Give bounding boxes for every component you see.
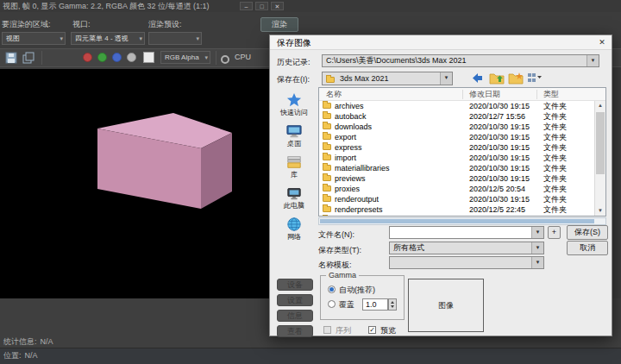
save-in-combobox[interactable]: 3ds Max 2021 ▼ xyxy=(322,72,453,85)
file-type: 文件夹 xyxy=(543,163,567,173)
file-row[interactable]: downloads2020/10/30 19:15文件夹 xyxy=(319,122,594,132)
network-icon xyxy=(272,217,317,233)
sidebar-item-library[interactable]: 库 xyxy=(272,154,317,179)
sequence-label: 序列 xyxy=(336,325,351,336)
up-one-level-button[interactable] xyxy=(489,72,506,86)
name-template-label: 名称模板: xyxy=(318,260,352,271)
sidebar-item-network[interactable]: 网络 xyxy=(272,217,317,242)
file-date: 2020/10/30 19:15 xyxy=(469,122,530,132)
scroll-up-icon[interactable] xyxy=(595,101,605,110)
file-row[interactable]: express2020/10/30 19:15文件夹 xyxy=(319,142,594,153)
file-row[interactable]: archives2020/10/30 19:15文件夹 xyxy=(319,101,594,111)
setup-button[interactable]: 设置 xyxy=(277,294,313,306)
file-row[interactable]: sceneassets2020/10/30 19:15文件夹 xyxy=(319,215,594,216)
chevron-down-icon[interactable]: ▼ xyxy=(586,55,599,66)
image-preview-box: 图像 xyxy=(408,279,484,332)
history-combobox[interactable]: C:\Users\美香\Documents\3ds Max 2021 ▼ xyxy=(322,54,599,67)
save-button[interactable]: 保存(S) xyxy=(567,225,608,240)
file-name: previews xyxy=(335,173,366,184)
area-to-render-dropdown[interactable]: 视图 xyxy=(2,32,66,45)
sidebar-item-star[interactable]: 快速访问 xyxy=(272,92,317,117)
window-title: 视图, 帧 0, 显示 Gamma: 2.2, RGBA 颜色 32 位/每通道… xyxy=(3,2,210,10)
chevron-down-icon[interactable]: ▼ xyxy=(531,227,543,238)
folder-icon xyxy=(323,154,331,160)
save-in-label: 保存在(I): xyxy=(277,74,310,85)
file-date: 2020/10/30 19:15 xyxy=(469,194,530,204)
file-row[interactable]: autoback2020/12/7 15:56文件夹 xyxy=(319,111,594,122)
scrollbar-thumb[interactable] xyxy=(320,219,594,223)
alpha-channel-button[interactable] xyxy=(127,53,136,62)
view-button[interactable]: 查看 xyxy=(277,325,313,337)
maximize-button[interactable]: □ xyxy=(255,2,268,10)
info-button[interactable]: 信息 xyxy=(277,310,313,322)
view-menu-button[interactable] xyxy=(527,72,544,86)
channel-display-dropdown[interactable]: RGB Alpha xyxy=(160,51,210,64)
column-header-name[interactable]: 名称 xyxy=(326,88,342,100)
chevron-down-icon[interactable]: ▼ xyxy=(531,242,543,254)
sidebar-item-label: 此电脑 xyxy=(272,202,317,210)
render-button[interactable]: 渲染 xyxy=(260,17,298,32)
device-button[interactable]: 设备 xyxy=(277,279,313,291)
viewport-dropdown[interactable]: 四元菜单 4 - 透视 xyxy=(71,32,145,45)
minimize-button[interactable]: – xyxy=(240,2,253,10)
blue-channel-button[interactable] xyxy=(112,53,122,62)
column-header-date[interactable]: 修改日期 xyxy=(469,88,500,100)
folder-icon xyxy=(323,165,331,171)
sidebar-item-label: 快速访问 xyxy=(272,109,317,117)
sidebar-item-computer[interactable]: 此电脑 xyxy=(272,185,317,210)
vertical-scrollbar[interactable] xyxy=(594,101,605,216)
gamma-override-input[interactable]: 1.0 xyxy=(362,298,388,311)
file-date: 2020/10/30 19:15 xyxy=(469,153,530,163)
back-button[interactable] xyxy=(470,72,487,86)
save-in-value: 3ds Max 2021 xyxy=(340,74,389,83)
dialog-close-button[interactable]: ✕ xyxy=(596,37,608,48)
preview-checkbox[interactable]: ✓ xyxy=(368,326,376,334)
file-row[interactable]: export2020/10/30 19:15文件夹 xyxy=(319,132,594,142)
gamma-auto-radio[interactable] xyxy=(328,286,336,293)
chevron-down-icon[interactable]: ▼ xyxy=(531,257,543,268)
spinner-arrows-icon[interactable] xyxy=(388,298,397,311)
file-row[interactable]: previews2020/10/30 19:15文件夹 xyxy=(319,173,594,184)
statistics-readout: 统计信息:N/A xyxy=(3,336,53,348)
sidebar-item-label: 桌面 xyxy=(272,140,317,148)
render-settings-icon[interactable] xyxy=(220,53,230,68)
file-name-input[interactable]: ▼ xyxy=(389,226,544,239)
scroll-down-icon[interactable] xyxy=(595,206,605,216)
render-preset-dropdown[interactable] xyxy=(148,32,202,45)
scrollbar-thumb[interactable] xyxy=(596,112,605,174)
file-rows: archives2020/10/30 19:15文件夹autoback2020/… xyxy=(319,101,594,216)
cancel-button[interactable]: 取消 xyxy=(567,241,608,255)
new-folder-button[interactable] xyxy=(508,72,525,86)
horizontal-scrollbar[interactable] xyxy=(318,217,606,225)
file-row[interactable]: import2020/10/30 19:15文件夹 xyxy=(319,153,594,163)
name-template-combobox[interactable]: ▼ xyxy=(389,256,544,269)
save-image-icon[interactable] xyxy=(5,52,17,68)
star-icon xyxy=(272,92,317,109)
file-name: renderpresets xyxy=(335,204,383,215)
folder-icon xyxy=(323,206,331,212)
dialog-side-buttons: 设备设置信息查看 xyxy=(277,279,313,341)
close-window-button[interactable]: ✕ xyxy=(271,2,284,10)
sidebar-item-desktop[interactable]: 桌面 xyxy=(272,123,317,148)
save-as-type-combobox[interactable]: 所有格式 ▼ xyxy=(389,242,544,254)
file-row[interactable]: renderoutput2020/10/30 19:15文件夹 xyxy=(319,194,594,204)
gamma-override-radio[interactable] xyxy=(328,300,336,308)
file-row[interactable]: proxies2020/12/5 20:54文件夹 xyxy=(319,184,594,194)
file-date: 2020/10/30 19:15 xyxy=(469,163,530,173)
statistics-label: 统计信息: xyxy=(3,337,37,346)
cpu-label: CPU xyxy=(235,53,251,61)
file-name: express xyxy=(335,142,362,153)
add-to-history-button[interactable]: + xyxy=(548,226,561,239)
clone-frame-icon[interactable] xyxy=(22,52,35,68)
column-header-type[interactable]: 类型 xyxy=(543,88,559,100)
chevron-down-icon[interactable]: ▼ xyxy=(440,72,452,85)
file-date: 2020/10/30 19:15 xyxy=(469,173,530,184)
file-row[interactable]: renderpresets2020/12/5 22:45文件夹 xyxy=(319,204,594,215)
list-header: 名称 修改日期 类型 xyxy=(319,88,605,101)
file-row[interactable]: materiallibraries2020/10/30 19:15文件夹 xyxy=(319,163,594,173)
background-color-swatch[interactable] xyxy=(143,52,154,63)
file-type: 文件夹 xyxy=(543,173,567,184)
red-channel-button[interactable] xyxy=(83,53,92,62)
green-channel-button[interactable] xyxy=(97,53,107,62)
sequence-checkbox[interactable] xyxy=(323,326,331,334)
